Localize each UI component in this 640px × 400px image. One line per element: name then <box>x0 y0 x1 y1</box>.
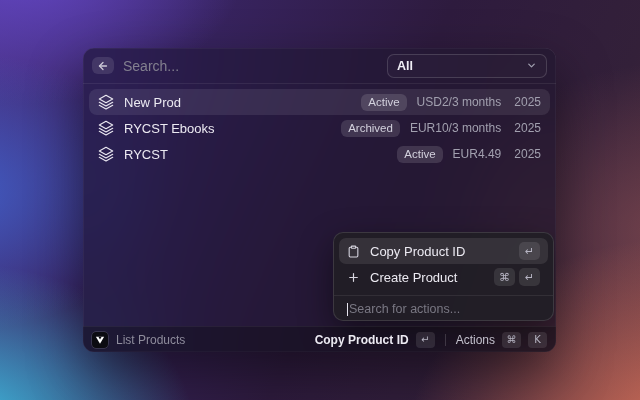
product-price: USD2/3 months <box>417 95 502 109</box>
filter-selected-value: All <box>397 59 413 73</box>
footer-divider <box>445 334 446 346</box>
return-key: ↵ <box>519 268 540 286</box>
text-cursor <box>347 303 348 316</box>
action-shortcut: ↵ <box>519 242 540 260</box>
app-logo-icon <box>92 332 108 348</box>
action-shortcut: ⌘ ↵ <box>494 268 540 286</box>
command-palette-window: All New Prod Active USD2/3 months 2025 R… <box>83 48 556 352</box>
product-list: New Prod Active USD2/3 months 2025 RYCST… <box>83 84 556 172</box>
chevron-down-icon <box>526 60 537 71</box>
return-key: ↵ <box>519 242 540 260</box>
product-name: RYCST <box>124 147 168 162</box>
search-input[interactable] <box>123 58 378 74</box>
action-create-product[interactable]: Create Product ⌘ ↵ <box>339 264 548 290</box>
actions-search-input[interactable] <box>349 302 540 316</box>
product-year: 2025 <box>514 121 541 135</box>
actions-button[interactable]: Actions <box>456 333 495 347</box>
search-header: All <box>83 48 556 84</box>
footer-right: Copy Product ID ↵ Actions ⌘ K <box>315 332 547 348</box>
filter-dropdown[interactable]: All <box>387 54 547 78</box>
primary-action-label[interactable]: Copy Product ID <box>315 333 409 347</box>
arrow-left-icon <box>97 60 109 72</box>
actions-popup: Copy Product ID ↵ Create Product ⌘ ↵ <box>333 232 554 321</box>
product-row-rycst[interactable]: RYCST Active EUR4.49 2025 <box>89 141 550 167</box>
layers-icon <box>98 146 114 162</box>
product-price: EUR10/3 months <box>410 121 501 135</box>
status-badge: Archived <box>341 120 400 137</box>
command-title: List Products <box>116 333 185 347</box>
product-year: 2025 <box>514 95 541 109</box>
action-copy-product-id[interactable]: Copy Product ID ↵ <box>339 238 548 264</box>
product-name: RYCST Ebooks <box>124 121 215 136</box>
return-key: ↵ <box>416 332 435 348</box>
product-meta: Active EUR4.49 2025 <box>397 146 541 163</box>
back-button[interactable] <box>92 57 114 74</box>
product-meta: Active USD2/3 months 2025 <box>361 94 541 111</box>
status-badge: Active <box>361 94 406 111</box>
command-key: ⌘ <box>502 332 521 348</box>
product-meta: Archived EUR10/3 months 2025 <box>341 120 541 137</box>
action-label: Copy Product ID <box>370 244 465 259</box>
action-label: Create Product <box>370 270 457 285</box>
product-name: New Prod <box>124 95 181 110</box>
product-price: EUR4.49 <box>453 147 502 161</box>
product-year: 2025 <box>514 147 541 161</box>
product-row-rycst-ebooks[interactable]: RYCST Ebooks Archived EUR10/3 months 202… <box>89 115 550 141</box>
footer-bar: List Products Copy Product ID ↵ Actions … <box>83 326 556 352</box>
status-badge: Active <box>397 146 442 163</box>
layers-icon <box>98 120 114 136</box>
k-key: K <box>528 332 547 348</box>
plus-icon <box>347 271 360 284</box>
product-row-new-prod[interactable]: New Prod Active USD2/3 months 2025 <box>89 89 550 115</box>
command-key: ⌘ <box>494 268 515 286</box>
layers-icon <box>98 94 114 110</box>
clipboard-icon <box>347 245 360 258</box>
actions-search <box>334 296 553 322</box>
